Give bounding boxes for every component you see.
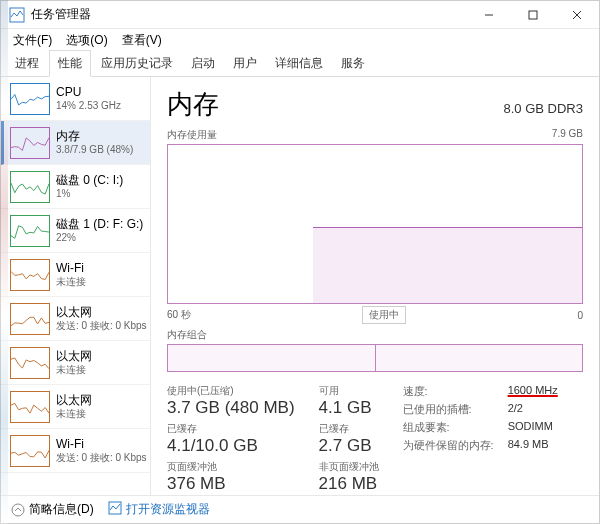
sidebar-item-sub: 未连接 <box>56 276 86 288</box>
sidebar-sparkline <box>10 435 50 467</box>
sidebar-item-sub: 22% <box>56 232 143 244</box>
stat-cell-5: 非页面缓冲池216 MB <box>319 460 379 494</box>
stat-right-label-2: 组成要素: <box>403 420 494 435</box>
chart-label-max: 7.9 GB <box>552 128 583 142</box>
task-manager-icon <box>9 7 25 23</box>
stat-cell-0: 使用中(已压缩)3.7 GB (480 MB) <box>167 384 295 418</box>
main-panel: 内存 8.0 GB DDR3 内存使用量 7.9 GB 60 秒 使用中 0 内… <box>151 77 599 495</box>
sidebar-item-6[interactable]: 以太网未连接 <box>1 341 150 385</box>
tab-users[interactable]: 用户 <box>225 51 265 76</box>
sidebar-item-3[interactable]: 磁盘 1 (D: F: G:)22% <box>1 209 150 253</box>
menubar: 文件(F) 选项(O) 查看(V) <box>1 29 599 51</box>
stat-value: 2.7 GB <box>319 436 379 456</box>
slot-1 <box>167 344 376 372</box>
sidebar-sparkline <box>10 391 50 423</box>
sidebar-item-0[interactable]: CPU14% 2.53 GHz <box>1 77 150 121</box>
sidebar-sparkline <box>10 171 50 203</box>
stat-cell-2: 已缓存4.1/10.0 GB <box>167 422 295 456</box>
sidebar-item-7[interactable]: 以太网未连接 <box>1 385 150 429</box>
memory-chart <box>167 144 583 304</box>
stat-cell-4: 页面缓冲池376 MB <box>167 460 295 494</box>
stat-label: 已缓存 <box>167 422 295 436</box>
sidebar-sparkline <box>10 215 50 247</box>
sidebar-item-sub: 3.8/7.9 GB (48%) <box>56 144 133 156</box>
sidebar-sparkline <box>10 83 50 115</box>
stat-right-value-1: 2/2 <box>508 402 558 417</box>
minimize-button[interactable] <box>467 1 511 29</box>
close-button[interactable] <box>555 1 599 29</box>
slots-label: 内存组合 <box>167 328 583 342</box>
tab-processes[interactable]: 进程 <box>7 51 47 76</box>
open-resource-monitor[interactable]: 打开资源监视器 <box>126 501 210 518</box>
stat-right-value-3: 84.9 MB <box>508 438 558 453</box>
stat-right-label-0: 速度: <box>403 384 494 399</box>
slot-2 <box>376 344 584 372</box>
sidebar-item-title: 以太网 <box>56 305 147 319</box>
stat-right-label-3: 为硬件保留的内存: <box>403 438 494 453</box>
sidebar-item-5[interactable]: 以太网发送: 0 接收: 0 Kbps <box>1 297 150 341</box>
sidebar: CPU14% 2.53 GHz内存3.8/7.9 GB (48%)磁盘 0 (C… <box>1 77 151 495</box>
sidebar-item-title: CPU <box>56 85 121 99</box>
sidebar-item-sub: 1% <box>56 188 123 200</box>
menu-view[interactable]: 查看(V) <box>116 30 168 51</box>
tab-app-history[interactable]: 应用历史记录 <box>93 51 181 76</box>
stat-right-label-1: 已使用的插槽: <box>403 402 494 417</box>
tab-startup[interactable]: 启动 <box>183 51 223 76</box>
sidebar-item-title: 以太网 <box>56 349 92 363</box>
titlebar: 任务管理器 <box>1 1 599 29</box>
memory-slots <box>167 344 583 372</box>
stat-cell-3: 已缓存2.7 GB <box>319 422 379 456</box>
sidebar-item-2[interactable]: 磁盘 0 (C: I:)1% <box>1 165 150 209</box>
chart-label-usage: 内存使用量 <box>167 128 217 142</box>
stat-cell-1: 可用4.1 GB <box>319 384 379 418</box>
footer-brief[interactable]: 简略信息(D) <box>29 501 94 518</box>
tabbar: 进程 性能 应用历史记录 启动 用户 详细信息 服务 <box>1 51 599 77</box>
tab-details[interactable]: 详细信息 <box>267 51 331 76</box>
sidebar-sparkline <box>10 127 50 159</box>
sidebar-sparkline <box>10 259 50 291</box>
resource-monitor-icon <box>108 501 122 518</box>
stat-label: 可用 <box>319 384 379 398</box>
tab-services[interactable]: 服务 <box>333 51 373 76</box>
sidebar-item-sub: 未连接 <box>56 408 92 420</box>
axis-right: 0 <box>577 310 583 321</box>
stat-value: 4.1/10.0 GB <box>167 436 295 456</box>
sidebar-item-sub: 发送: 0 接收: 0 Kbps <box>56 452 147 464</box>
page-title: 内存 <box>167 87 219 122</box>
sidebar-item-1[interactable]: 内存3.8/7.9 GB (48%) <box>1 121 150 165</box>
axis-left: 60 秒 <box>167 308 191 322</box>
stat-right-value-0: 1600 MHz <box>508 384 558 399</box>
memory-spec: 8.0 GB DDR3 <box>504 101 583 116</box>
stat-label: 页面缓冲池 <box>167 460 295 474</box>
sidebar-item-title: 磁盘 1 (D: F: G:) <box>56 217 143 231</box>
stat-label: 已缓存 <box>319 422 379 436</box>
chevron-up-icon[interactable] <box>11 503 25 517</box>
stat-value: 4.1 GB <box>319 398 379 418</box>
stat-value: 216 MB <box>319 474 379 494</box>
sidebar-item-sub: 发送: 0 接收: 0 Kbps <box>56 320 147 332</box>
sidebar-item-title: 以太网 <box>56 393 92 407</box>
svg-rect-2 <box>529 11 537 19</box>
window-title: 任务管理器 <box>31 6 467 23</box>
sidebar-item-title: 内存 <box>56 129 133 143</box>
sidebar-item-title: Wi-Fi <box>56 437 147 451</box>
stats-left: 使用中(已压缩)3.7 GB (480 MB)可用4.1 GB已缓存4.1/10… <box>167 384 379 494</box>
stat-right-value-2: SODIMM <box>508 420 558 435</box>
sidebar-item-title: Wi-Fi <box>56 261 86 275</box>
sidebar-sparkline <box>10 347 50 379</box>
sidebar-item-sub: 14% 2.53 GHz <box>56 100 121 112</box>
axis-mid-label: 使用中 <box>362 306 406 324</box>
maximize-button[interactable] <box>511 1 555 29</box>
sidebar-sparkline <box>10 303 50 335</box>
stats-right: 速度:1600 MHz已使用的插槽:2/2组成要素:SODIMM为硬件保留的内存… <box>403 384 558 494</box>
sidebar-item-4[interactable]: Wi-Fi未连接 <box>1 253 150 297</box>
stat-label: 使用中(已压缩) <box>167 384 295 398</box>
menu-file[interactable]: 文件(F) <box>7 30 58 51</box>
tab-performance[interactable]: 性能 <box>49 50 91 77</box>
menu-options[interactable]: 选项(O) <box>60 30 113 51</box>
sidebar-item-title: 磁盘 0 (C: I:) <box>56 173 123 187</box>
sidebar-item-8[interactable]: Wi-Fi发送: 0 接收: 0 Kbps <box>1 429 150 473</box>
sidebar-item-sub: 未连接 <box>56 364 92 376</box>
stat-value: 376 MB <box>167 474 295 494</box>
svg-point-5 <box>12 504 24 516</box>
